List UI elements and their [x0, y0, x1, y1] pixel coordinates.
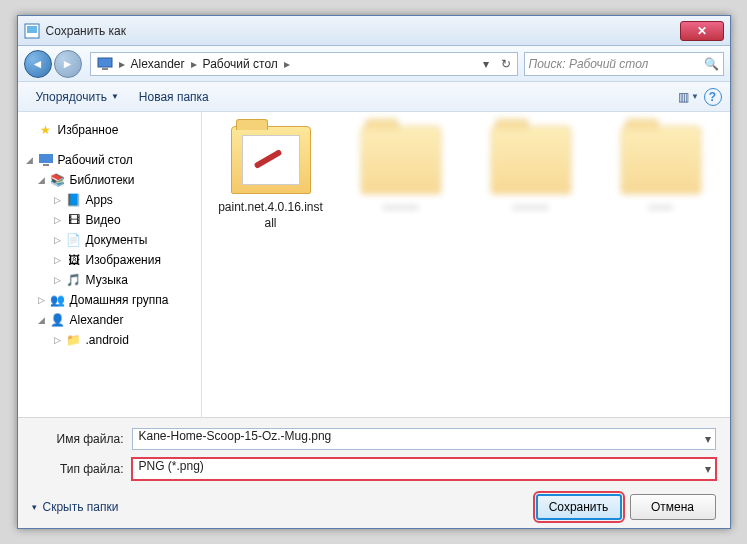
star-icon: ★ [38, 122, 54, 138]
navigation-bar: ◄ ► ▸ Alexander ▸ Рабочий стол ▸ ▾ ↻ Пои… [18, 46, 730, 82]
expand-icon[interactable]: ▷ [54, 275, 66, 285]
folder-icon [621, 126, 701, 194]
back-button[interactable]: ◄ [24, 50, 52, 78]
chevron-down-icon: ▼ [111, 92, 119, 101]
breadcrumb-segment[interactable]: Рабочий стол [199, 57, 282, 71]
expand-icon[interactable]: ▷ [54, 255, 66, 265]
filename-label: Имя файла: [32, 432, 132, 446]
svg-rect-3 [102, 68, 108, 70]
sidebar-item-libraries[interactable]: ◢📚Библиотеки [22, 170, 197, 190]
breadcrumb-segment[interactable]: Alexander [127, 57, 189, 71]
search-icon: 🔍 [704, 57, 719, 71]
sidebar-item-desktop[interactable]: ◢Рабочий стол [22, 150, 197, 170]
folder-icon: 📘 [66, 192, 82, 208]
hide-folders-toggle[interactable]: Скрыть папки [32, 500, 119, 514]
svg-rect-5 [43, 164, 49, 166]
music-icon: 🎵 [66, 272, 82, 288]
filename-input[interactable]: Kane-Home-Scoop-15-Oz.-Mug.png [132, 428, 716, 450]
chevron-right-icon[interactable]: ▸ [117, 57, 127, 71]
cancel-button[interactable]: Отмена [630, 494, 716, 520]
homegroup-icon: 👥 [50, 292, 66, 308]
search-input[interactable]: Поиск: Рабочий стол 🔍 [524, 52, 724, 76]
svg-rect-2 [98, 58, 112, 67]
view-options-button[interactable]: ▥▼ [678, 86, 700, 108]
chevron-right-icon[interactable]: ▸ [189, 57, 199, 71]
file-label: paint.net.4.0.16.install [216, 200, 326, 231]
folder-icon [361, 126, 441, 194]
expand-icon[interactable]: ▷ [38, 295, 50, 305]
navigation-tree: ★Избранное ◢Рабочий стол ◢📚Библиотеки ▷📘… [18, 112, 202, 417]
search-placeholder: Поиск: Рабочий стол [529, 57, 649, 71]
sidebar-item-user[interactable]: ◢👤Alexander [22, 310, 197, 330]
file-label: —— [649, 200, 673, 216]
content-area: ★Избранное ◢Рабочий стол ◢📚Библиотеки ▷📘… [18, 112, 730, 417]
svg-rect-4 [39, 154, 53, 163]
organize-button[interactable]: Упорядочить▼ [26, 86, 129, 108]
pictures-icon: 🖼 [66, 252, 82, 268]
sidebar-item-pictures[interactable]: ▷🖼Изображения [22, 250, 197, 270]
file-item[interactable]: paint.net.4.0.16.install [216, 126, 326, 231]
sidebar-item-music[interactable]: ▷🎵Музыка [22, 270, 197, 290]
expand-icon[interactable]: ▷ [54, 215, 66, 225]
expand-icon[interactable]: ▷ [54, 335, 66, 345]
documents-icon: 📄 [66, 232, 82, 248]
chevron-right-icon[interactable]: ▸ [282, 57, 292, 71]
file-item[interactable]: ——— [346, 126, 456, 216]
sidebar-item-apps[interactable]: ▷📘Apps [22, 190, 197, 210]
expand-icon[interactable]: ▷ [54, 195, 66, 205]
expand-icon[interactable]: ◢ [38, 315, 50, 325]
file-label: ——— [383, 200, 419, 216]
bottom-panel: Имя файла: Kane-Home-Scoop-15-Oz.-Mug.pn… [18, 417, 730, 528]
sidebar-item-homegroup[interactable]: ▷👥Домашняя группа [22, 290, 197, 310]
video-icon: 🎞 [66, 212, 82, 228]
save-button[interactable]: Сохранить [536, 494, 622, 520]
folder-icon: 📁 [66, 332, 82, 348]
folder-icon [231, 126, 311, 194]
monitor-icon [97, 56, 113, 72]
toolbar: Упорядочить▼ Новая папка ▥▼ ? [18, 82, 730, 112]
expand-icon[interactable]: ◢ [38, 175, 50, 185]
svg-rect-1 [27, 26, 37, 33]
refresh-icon[interactable]: ↻ [497, 55, 515, 73]
sidebar-item-documents[interactable]: ▷📄Документы [22, 230, 197, 250]
sidebar-item-video[interactable]: ▷🎞Видео [22, 210, 197, 230]
expand-icon[interactable]: ▷ [54, 235, 66, 245]
filetype-label: Тип файла: [32, 462, 132, 476]
file-item[interactable]: ——— [476, 126, 586, 216]
close-button[interactable]: ✕ [680, 21, 724, 41]
address-bar[interactable]: ▸ Alexander ▸ Рабочий стол ▸ ▾ ↻ [90, 52, 518, 76]
folder-icon [491, 126, 571, 194]
dropdown-icon[interactable]: ▾ [477, 55, 495, 73]
filetype-select[interactable]: PNG (*.png) [132, 458, 716, 480]
file-label: ——— [513, 200, 549, 216]
sidebar-item-favorites[interactable]: ★Избранное [22, 120, 197, 140]
desktop-icon [38, 152, 54, 168]
libraries-icon: 📚 [50, 172, 66, 188]
file-list[interactable]: paint.net.4.0.16.install ——— ——— —— [202, 112, 730, 417]
file-item[interactable]: —— [606, 126, 716, 216]
sidebar-item-android[interactable]: ▷📁.android [22, 330, 197, 350]
help-button[interactable]: ? [704, 88, 722, 106]
save-as-dialog: Сохранить как ✕ ◄ ► ▸ Alexander ▸ Рабочи… [17, 15, 731, 529]
titlebar: Сохранить как ✕ [18, 16, 730, 46]
forward-button[interactable]: ► [54, 50, 82, 78]
user-icon: 👤 [50, 312, 66, 328]
app-icon [24, 23, 40, 39]
expand-icon[interactable]: ◢ [26, 155, 38, 165]
window-title: Сохранить как [46, 24, 680, 38]
new-folder-button[interactable]: Новая папка [129, 86, 219, 108]
